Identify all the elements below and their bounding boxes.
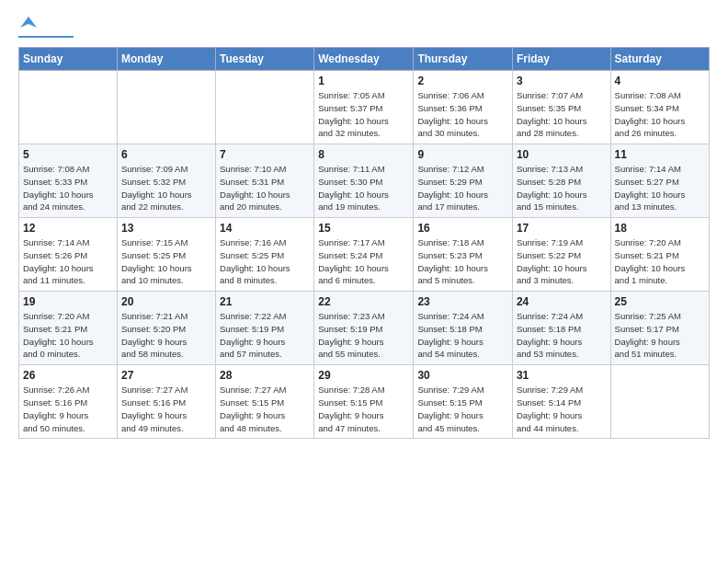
calendar-cell: 22Sunrise: 7:23 AM Sunset: 5:19 PM Dayli… bbox=[314, 292, 414, 365]
calendar-cell: 1Sunrise: 7:05 AM Sunset: 5:37 PM Daylig… bbox=[314, 71, 414, 144]
calendar-cell: 29Sunrise: 7:28 AM Sunset: 5:15 PM Dayli… bbox=[314, 365, 414, 439]
day-info: Sunrise: 7:07 AM Sunset: 5:35 PM Dayligh… bbox=[517, 89, 607, 140]
day-info: Sunrise: 7:23 AM Sunset: 5:19 PM Dayligh… bbox=[318, 310, 409, 361]
day-info: Sunrise: 7:09 AM Sunset: 5:32 PM Dayligh… bbox=[121, 163, 211, 213]
calendar-cell: 11Sunrise: 7:14 AM Sunset: 5:27 PM Dayli… bbox=[610, 144, 709, 218]
header bbox=[18, 15, 710, 38]
calendar-cell: 16Sunrise: 7:18 AM Sunset: 5:23 PM Dayli… bbox=[414, 218, 513, 292]
svg-marker-0 bbox=[20, 17, 37, 28]
day-info: Sunrise: 7:24 AM Sunset: 5:18 PM Dayligh… bbox=[517, 310, 607, 361]
day-number: 3 bbox=[517, 75, 607, 87]
day-number: 26 bbox=[23, 369, 113, 382]
calendar-cell bbox=[216, 71, 314, 144]
day-info: Sunrise: 7:17 AM Sunset: 5:24 PM Dayligh… bbox=[318, 236, 409, 287]
day-number: 9 bbox=[417, 148, 508, 161]
calendar-cell: 13Sunrise: 7:15 AM Sunset: 5:25 PM Dayli… bbox=[117, 218, 215, 292]
calendar-cell: 30Sunrise: 7:29 AM Sunset: 5:15 PM Dayli… bbox=[414, 365, 513, 439]
day-info: Sunrise: 7:11 AM Sunset: 5:30 PM Dayligh… bbox=[318, 163, 409, 213]
calendar-cell: 4Sunrise: 7:08 AM Sunset: 5:34 PM Daylig… bbox=[610, 71, 709, 144]
weekday-header: Tuesday bbox=[216, 48, 314, 71]
day-number: 14 bbox=[220, 222, 310, 235]
day-number: 25 bbox=[615, 295, 705, 308]
day-info: Sunrise: 7:06 AM Sunset: 5:36 PM Dayligh… bbox=[417, 89, 508, 140]
calendar-table: SundayMondayTuesdayWednesdayThursdayFrid… bbox=[18, 47, 710, 439]
calendar-cell: 7Sunrise: 7:10 AM Sunset: 5:31 PM Daylig… bbox=[216, 144, 314, 218]
calendar-cell: 18Sunrise: 7:20 AM Sunset: 5:21 PM Dayli… bbox=[610, 218, 709, 292]
calendar-week-row: 12Sunrise: 7:14 AM Sunset: 5:26 PM Dayli… bbox=[19, 218, 710, 292]
calendar-cell: 6Sunrise: 7:09 AM Sunset: 5:32 PM Daylig… bbox=[117, 144, 215, 218]
calendar-cell: 27Sunrise: 7:27 AM Sunset: 5:16 PM Dayli… bbox=[117, 365, 215, 439]
day-number: 4 bbox=[615, 75, 705, 87]
calendar-cell: 14Sunrise: 7:16 AM Sunset: 5:25 PM Dayli… bbox=[216, 218, 314, 292]
day-info: Sunrise: 7:25 AM Sunset: 5:17 PM Dayligh… bbox=[615, 310, 705, 361]
day-info: Sunrise: 7:10 AM Sunset: 5:31 PM Dayligh… bbox=[220, 163, 310, 213]
day-number: 13 bbox=[121, 222, 211, 235]
weekday-header: Thursday bbox=[414, 48, 513, 71]
day-number: 2 bbox=[417, 75, 508, 87]
day-info: Sunrise: 7:27 AM Sunset: 5:15 PM Dayligh… bbox=[220, 384, 310, 434]
calendar-cell: 19Sunrise: 7:20 AM Sunset: 5:21 PM Dayli… bbox=[19, 292, 118, 365]
calendar-header-row: SundayMondayTuesdayWednesdayThursdayFrid… bbox=[19, 48, 710, 71]
calendar-cell: 25Sunrise: 7:25 AM Sunset: 5:17 PM Dayli… bbox=[610, 292, 709, 365]
day-number: 19 bbox=[23, 295, 113, 308]
day-number: 21 bbox=[220, 295, 310, 308]
calendar-cell: 10Sunrise: 7:13 AM Sunset: 5:28 PM Dayli… bbox=[512, 144, 610, 218]
day-info: Sunrise: 7:08 AM Sunset: 5:34 PM Dayligh… bbox=[615, 89, 705, 140]
calendar-cell: 3Sunrise: 7:07 AM Sunset: 5:35 PM Daylig… bbox=[512, 71, 610, 144]
day-info: Sunrise: 7:20 AM Sunset: 5:21 PM Dayligh… bbox=[23, 310, 113, 361]
day-number: 8 bbox=[318, 148, 409, 161]
page: SundayMondayTuesdayWednesdayThursdayFrid… bbox=[0, 0, 728, 454]
day-info: Sunrise: 7:13 AM Sunset: 5:28 PM Dayligh… bbox=[517, 163, 607, 213]
calendar-cell: 28Sunrise: 7:27 AM Sunset: 5:15 PM Dayli… bbox=[216, 365, 314, 439]
calendar-cell: 8Sunrise: 7:11 AM Sunset: 5:30 PM Daylig… bbox=[314, 144, 414, 218]
day-info: Sunrise: 7:15 AM Sunset: 5:25 PM Dayligh… bbox=[121, 236, 211, 287]
day-info: Sunrise: 7:29 AM Sunset: 5:15 PM Dayligh… bbox=[417, 384, 508, 434]
logo-underline bbox=[18, 36, 74, 38]
calendar-cell: 5Sunrise: 7:08 AM Sunset: 5:33 PM Daylig… bbox=[19, 144, 118, 218]
day-info: Sunrise: 7:21 AM Sunset: 5:20 PM Dayligh… bbox=[121, 310, 211, 361]
day-info: Sunrise: 7:05 AM Sunset: 5:37 PM Dayligh… bbox=[318, 89, 409, 140]
day-number: 29 bbox=[318, 369, 409, 382]
weekday-header: Wednesday bbox=[314, 48, 414, 71]
logo bbox=[18, 15, 74, 38]
day-number: 17 bbox=[517, 222, 607, 235]
calendar-cell: 12Sunrise: 7:14 AM Sunset: 5:26 PM Dayli… bbox=[19, 218, 118, 292]
day-number: 10 bbox=[517, 148, 607, 161]
calendar-cell: 15Sunrise: 7:17 AM Sunset: 5:24 PM Dayli… bbox=[314, 218, 414, 292]
day-number: 5 bbox=[23, 148, 113, 161]
calendar-cell: 31Sunrise: 7:29 AM Sunset: 5:14 PM Dayli… bbox=[512, 365, 610, 439]
calendar-cell: 2Sunrise: 7:06 AM Sunset: 5:36 PM Daylig… bbox=[414, 71, 513, 144]
day-number: 11 bbox=[615, 148, 705, 161]
day-info: Sunrise: 7:24 AM Sunset: 5:18 PM Dayligh… bbox=[417, 310, 508, 361]
calendar-week-row: 5Sunrise: 7:08 AM Sunset: 5:33 PM Daylig… bbox=[19, 144, 710, 218]
day-number: 12 bbox=[23, 222, 113, 235]
day-number: 15 bbox=[318, 222, 409, 235]
weekday-header: Saturday bbox=[610, 48, 709, 71]
weekday-header: Sunday bbox=[19, 48, 118, 71]
calendar-cell: 26Sunrise: 7:26 AM Sunset: 5:16 PM Dayli… bbox=[19, 365, 118, 439]
calendar-cell: 24Sunrise: 7:24 AM Sunset: 5:18 PM Dayli… bbox=[512, 292, 610, 365]
calendar-cell: 23Sunrise: 7:24 AM Sunset: 5:18 PM Dayli… bbox=[414, 292, 513, 365]
day-number: 7 bbox=[220, 148, 310, 161]
weekday-header: Monday bbox=[117, 48, 215, 71]
day-number: 6 bbox=[121, 148, 211, 161]
calendar-cell: 20Sunrise: 7:21 AM Sunset: 5:20 PM Dayli… bbox=[117, 292, 215, 365]
calendar-cell: 21Sunrise: 7:22 AM Sunset: 5:19 PM Dayli… bbox=[216, 292, 314, 365]
day-info: Sunrise: 7:19 AM Sunset: 5:22 PM Dayligh… bbox=[517, 236, 607, 287]
calendar-week-row: 19Sunrise: 7:20 AM Sunset: 5:21 PM Dayli… bbox=[19, 292, 710, 365]
day-number: 18 bbox=[615, 222, 705, 235]
calendar-cell: 17Sunrise: 7:19 AM Sunset: 5:22 PM Dayli… bbox=[512, 218, 610, 292]
day-number: 23 bbox=[417, 295, 508, 308]
day-number: 20 bbox=[121, 295, 211, 308]
weekday-header: Friday bbox=[512, 48, 610, 71]
day-info: Sunrise: 7:18 AM Sunset: 5:23 PM Dayligh… bbox=[417, 236, 508, 287]
day-info: Sunrise: 7:14 AM Sunset: 5:26 PM Dayligh… bbox=[23, 236, 113, 287]
calendar-week-row: 26Sunrise: 7:26 AM Sunset: 5:16 PM Dayli… bbox=[19, 365, 710, 439]
calendar-cell bbox=[117, 71, 215, 144]
day-info: Sunrise: 7:12 AM Sunset: 5:29 PM Dayligh… bbox=[417, 163, 508, 213]
day-number: 28 bbox=[220, 369, 310, 382]
day-info: Sunrise: 7:08 AM Sunset: 5:33 PM Dayligh… bbox=[23, 163, 113, 213]
day-info: Sunrise: 7:22 AM Sunset: 5:19 PM Dayligh… bbox=[220, 310, 310, 361]
calendar-week-row: 1Sunrise: 7:05 AM Sunset: 5:37 PM Daylig… bbox=[19, 71, 710, 144]
day-info: Sunrise: 7:16 AM Sunset: 5:25 PM Dayligh… bbox=[220, 236, 310, 287]
